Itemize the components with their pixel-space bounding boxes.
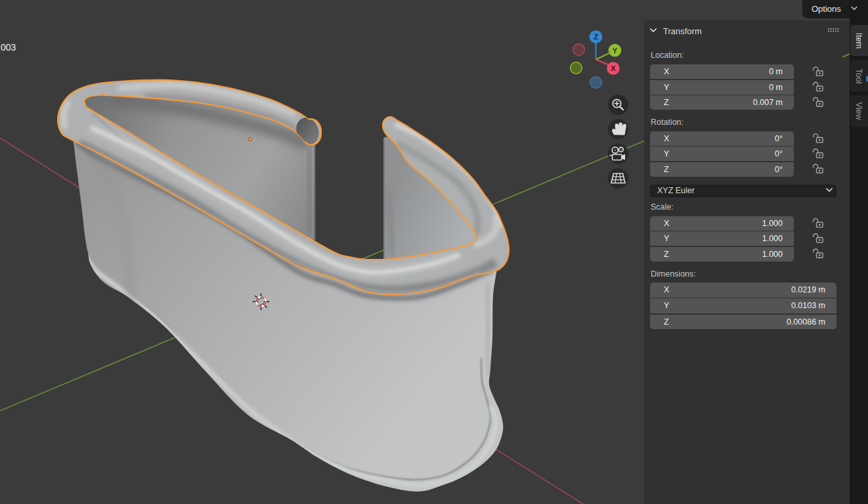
svg-text:Z: Z <box>594 33 598 41</box>
svg-text:X: X <box>611 64 616 72</box>
svg-text:Y: Y <box>613 47 618 55</box>
